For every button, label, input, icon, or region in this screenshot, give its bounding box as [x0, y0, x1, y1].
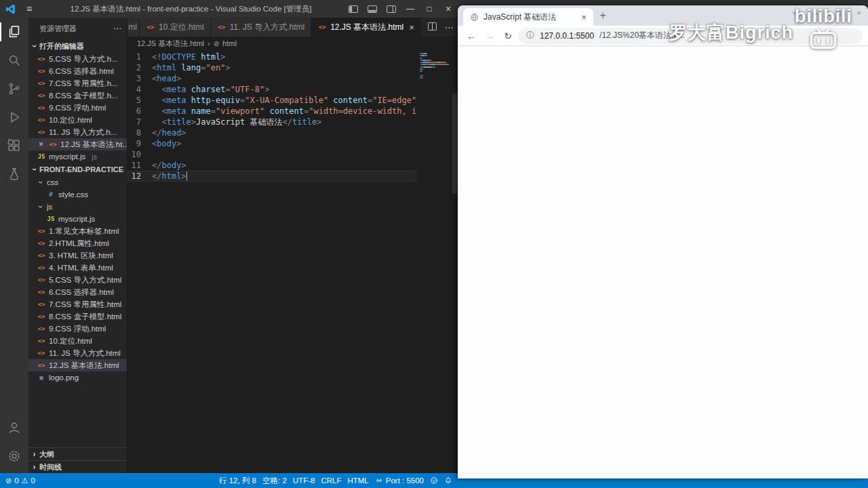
code-line[interactable]: 7 <title>JavaScript 基础语法</title>	[127, 117, 458, 127]
code-line[interactable]: 9<body>	[127, 138, 458, 149]
open-editor-item[interactable]: <>7.CSS 常用属性.h...	[28, 77, 127, 89]
timeline-section-header[interactable]: › 时间线	[28, 460, 127, 473]
tree-file[interactable]: <>7.CSS 常用属性.html	[28, 298, 127, 310]
sidebar-more-actions-icon[interactable]: ⋯	[113, 24, 121, 33]
tree-file[interactable]: <>8.CSS 盒子模型.html	[28, 310, 127, 323]
live-server-port[interactable]: Port : 5500	[375, 476, 424, 485]
browser-tab[interactable]: JavaScript 基础语法 ×	[463, 8, 593, 26]
minimap[interactable]	[417, 50, 458, 473]
toggle-secondary-sidebar-icon[interactable]	[382, 0, 401, 18]
tree-file[interactable]: <>10.定位.html	[28, 335, 127, 347]
encoding-setting[interactable]: UTF-8	[293, 476, 315, 485]
eol-setting[interactable]: CRLF	[321, 476, 341, 485]
tree-folder[interactable]: ›css	[28, 176, 127, 188]
code-line[interactable]: 1<!DOCTYPE html>	[127, 52, 458, 62]
code-line[interactable]: 2<html lang="en">	[127, 62, 458, 73]
problems-indicator[interactable]: ⊘ 0 ⚠ 0	[5, 476, 35, 485]
open-editor-item[interactable]: <>6.CSS 选择器.html	[28, 65, 127, 77]
html-file-icon: <>	[37, 80, 46, 87]
activity-bar-item-search[interactable]	[0, 46, 28, 75]
editor-tab[interactable]: <>12.JS 基本语法.html×	[311, 18, 421, 37]
open-editor-item[interactable]: <>11. JS 导入方式.h...	[28, 126, 127, 138]
breadcrumb-file[interactable]: 12.JS 基本语法.html	[137, 39, 204, 49]
maximize-button[interactable]: □	[420, 0, 439, 18]
more-actions-icon[interactable]: ⋯	[445, 22, 454, 33]
close-icon[interactable]: ×	[409, 22, 414, 33]
minimize-button[interactable]: —	[401, 0, 420, 18]
open-editor-item[interactable]: <>8.CSS 盒子模型.h...	[28, 89, 127, 102]
activity-bar-item-settings[interactable]	[0, 442, 28, 470]
tree-file[interactable]: <>3. HTML 区块.html	[28, 249, 127, 262]
toggle-panel-icon[interactable]	[363, 0, 382, 18]
tree-file[interactable]: <>5.CSS 导入方式.html	[28, 274, 127, 286]
scrollbar-thumb[interactable]	[452, 94, 457, 194]
activity-bar-item-tests[interactable]	[0, 160, 28, 188]
open-editor-item[interactable]: <>5.CSS 导入方式.h...	[28, 53, 127, 65]
html-file-icon: <>	[37, 252, 46, 259]
tree-file[interactable]: JSmyscript.js	[28, 213, 127, 225]
tree-file[interactable]: <>12.JS 基本语法.html	[28, 359, 127, 371]
open-editor-item[interactable]: JSmyscript.jsjs	[28, 150, 127, 163]
editor-tab[interactable]: <>11. JS 导入方式.html	[211, 18, 311, 37]
activity-bar-item-extensions[interactable]	[0, 131, 28, 160]
line-number: 7	[127, 117, 152, 127]
code-line[interactable]: 6 <meta name="viewport" content="width=d…	[127, 106, 458, 117]
bilibili-tv-icon	[781, 28, 865, 49]
minimap-line	[420, 60, 449, 61]
tree-file[interactable]: ▣logo.png	[28, 371, 127, 384]
open-editors-header[interactable]: › 打开的编辑器	[28, 39, 127, 53]
forward-icon[interactable]: →	[481, 28, 498, 44]
open-editor-item[interactable]: <>10.定位.html	[28, 114, 127, 126]
tree-folder[interactable]: ›js	[28, 201, 127, 213]
close-tab-icon[interactable]: ×	[581, 12, 587, 22]
code-text: </html>	[152, 171, 186, 182]
tree-file[interactable]: <>11. JS 导入方式.html	[28, 347, 127, 359]
code-line[interactable]: 10	[127, 149, 458, 160]
split-editor-icon[interactable]	[428, 21, 437, 33]
new-tab-button[interactable]: +	[593, 7, 612, 24]
breadcrumb-symbol[interactable]: html	[222, 39, 237, 47]
tree-file[interactable]: #style.css	[28, 188, 127, 201]
site-info-icon[interactable]: ⓘ	[526, 30, 534, 41]
menu-icon[interactable]: ≡	[20, 3, 38, 14]
close-button[interactable]: ×	[439, 0, 458, 18]
reload-icon[interactable]: ↻	[500, 28, 516, 44]
item-label: 4. HTML 表单.html	[49, 263, 113, 273]
code-editor[interactable]: 1<!DOCTYPE html>2<html lang="en">3<head>…	[127, 50, 458, 473]
activity-bar-item-account[interactable]	[0, 413, 28, 442]
tree-file[interactable]: <>1.常见文本标签.html	[28, 225, 127, 237]
code-line[interactable]: 3<head>	[127, 73, 458, 84]
file-dir-hint: js	[92, 152, 97, 161]
tree-file[interactable]: <>9.CSS 浮动.html	[28, 323, 127, 335]
activity-bar-item-explorer[interactable]	[0, 18, 28, 46]
breadcrumb[interactable]: 12.JS 基本语法.html › ⊘ html	[127, 37, 458, 50]
editor-tab[interactable]: ml	[127, 18, 140, 37]
activity-bar-item-source-control[interactable]	[0, 75, 28, 103]
tree-file[interactable]: <>2.HTML属性.html	[28, 237, 127, 249]
feedback-icon[interactable]	[430, 476, 438, 485]
html-file-icon: <>	[146, 24, 155, 30]
bell-icon[interactable]	[444, 476, 452, 485]
code-line[interactable]: 12</html>	[127, 171, 458, 182]
screen: { "vscode": { "title": "12.JS 基本语法.html …	[0, 0, 868, 488]
code-line[interactable]: 11</body>	[127, 160, 458, 171]
close-icon[interactable]: ×	[37, 140, 45, 149]
project-section-header[interactable]: › FRONT-END-PRACTICE	[28, 163, 127, 176]
code-line[interactable]: 8</head>	[127, 127, 458, 138]
toggle-sidebar-icon[interactable]	[344, 0, 363, 18]
code-line[interactable]: 5 <meta http-equiv="X-UA-Compatible" con…	[127, 95, 458, 106]
tree-file[interactable]: <>4. HTML 表单.html	[28, 262, 127, 274]
editor-tab[interactable]: <>10.定位.html	[140, 18, 211, 37]
activity-bar	[0, 18, 28, 473]
indentation-setting[interactable]: 空格: 2	[262, 476, 287, 486]
activity-bar-item-run-debug[interactable]	[0, 103, 28, 131]
open-editor-item[interactable]: ×<>12.JS 基本语法.ht...	[28, 138, 127, 150]
tree-file[interactable]: <>6.CSS 选择器.html	[28, 286, 127, 298]
outline-section-header[interactable]: › 大纲	[28, 447, 127, 460]
code-line[interactable]: 4 <meta charset="UTF-8">	[127, 84, 458, 95]
item-label: 12.JS 基本语法.html	[49, 361, 119, 371]
cursor-position[interactable]: 行 12, 列 8	[219, 476, 256, 486]
open-editor-item[interactable]: <>9.CSS 浮动.html	[28, 102, 127, 114]
back-icon[interactable]: ←	[463, 28, 479, 44]
language-mode[interactable]: HTML	[347, 476, 368, 485]
